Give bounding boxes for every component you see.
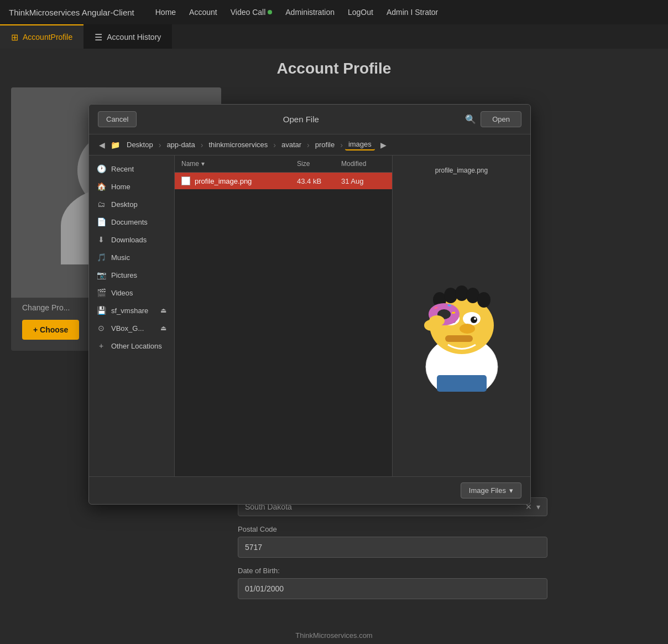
dialog-body: 🕐 Recent 🏠 Home 🗂 Desktop 📄 Documents ⬇: [89, 155, 530, 476]
tab-account-profile[interactable]: ⊞ AccountProfile: [0, 24, 84, 49]
sidebar-item-downloads[interactable]: ⬇ Downloads: [89, 231, 174, 248]
file-list-header: Name ▾ Size Modified: [175, 155, 392, 173]
choose-button[interactable]: + Choose: [22, 320, 79, 340]
page-footer: ThinkMicroservices.com: [0, 627, 668, 644]
chevron-down-icon: ▾: [536, 502, 540, 511]
documents-icon: 📄: [97, 217, 106, 226]
video-call-status-dot: [268, 10, 272, 14]
account-profile-icon: ⊞: [11, 32, 18, 43]
svg-rect-1: [437, 375, 487, 392]
sort-icon: ▾: [201, 160, 205, 168]
dialog-preview-pane: profile_image.png: [392, 155, 530, 476]
svg-point-8: [477, 292, 490, 308]
nav-home[interactable]: Home: [154, 6, 177, 19]
file-row[interactable]: profile_image.png 43.4 kB 31 Aug: [175, 173, 392, 189]
app-brand: ThinkMicroservices Angular-Client: [9, 8, 134, 17]
svg-point-13: [471, 316, 477, 323]
dialog-cancel-button[interactable]: Cancel: [98, 111, 137, 127]
postal-code-label: Postal Code: [238, 525, 547, 533]
col-size-header: Size: [297, 160, 341, 168]
svg-point-5: [444, 288, 457, 303]
breadcrumb-thinkmicroservices[interactable]: thinkmicroservices: [205, 139, 271, 150]
music-icon: 🎵: [97, 253, 106, 262]
navbar: ThinkMicroservices Angular-Client Home A…: [0, 0, 668, 24]
file-thumbnail-icon: [181, 176, 190, 185]
dob-input[interactable]: [238, 578, 547, 599]
nav-video-call[interactable]: Video Call: [229, 6, 274, 19]
sidebar-item-music[interactable]: 🎵 Music: [89, 248, 174, 266]
dialog-search-button[interactable]: 🔍: [465, 114, 476, 124]
dob-group: Date of Birth:: [238, 567, 547, 599]
account-history-icon: ☰: [95, 32, 102, 43]
breadcrumb-app-data[interactable]: app-data: [163, 139, 198, 150]
tab-bar: ⊞ AccountProfile ☰ Account History: [0, 24, 668, 49]
sidebar-item-documents[interactable]: 📄 Documents: [89, 213, 174, 231]
breadcrumb-back-button[interactable]: ◀: [96, 139, 108, 150]
recent-icon: 🕐: [97, 164, 106, 173]
dialog-sidebar: 🕐 Recent 🏠 Home 🗂 Desktop 📄 Documents ⬇: [89, 155, 175, 476]
file-list: Name ▾ Size Modified profile_image.png 4…: [175, 155, 392, 476]
nav-account[interactable]: Account: [188, 6, 218, 19]
home-icon: 🏠: [97, 182, 106, 191]
pictures-icon: 📷: [97, 271, 106, 279]
preview-image: [406, 259, 517, 392]
sf-vmshare-eject-icon[interactable]: ⏏: [160, 307, 166, 314]
folder-icon: 📁: [111, 141, 120, 149]
tab-account-history[interactable]: ☰ Account History: [84, 24, 172, 49]
breadcrumb-forward-button[interactable]: ▶: [377, 139, 390, 150]
downloads-icon: ⬇: [97, 235, 106, 244]
svg-rect-22: [452, 311, 455, 314]
sidebar-item-desktop[interactable]: 🗂 Desktop: [89, 195, 174, 213]
dropdown-arrow-icon: ▾: [509, 486, 513, 495]
svg-point-24: [429, 315, 445, 326]
col-modified-header: Modified: [341, 160, 385, 168]
postal-code-input[interactable]: [238, 537, 547, 558]
file-name: profile_image.png: [195, 177, 297, 185]
col-name-header: Name ▾: [181, 160, 297, 168]
vbox-eject-icon[interactable]: ⏏: [160, 324, 166, 332]
dialog-open-button[interactable]: Open: [481, 111, 521, 127]
sf-vmshare-icon: 💾: [97, 306, 106, 315]
preview-image-area: [406, 185, 517, 465]
sidebar-item-pictures[interactable]: 📷 Pictures: [89, 266, 174, 284]
nav-logout[interactable]: LogOut: [347, 6, 374, 19]
postal-code-group: Postal Code: [238, 525, 547, 558]
sidebar-item-home[interactable]: 🏠 Home: [89, 178, 174, 195]
breadcrumb-desktop[interactable]: Desktop: [123, 139, 156, 150]
breadcrumb-avatar[interactable]: avatar: [278, 139, 305, 150]
svg-point-6: [455, 285, 468, 301]
vbox-icon: ⊙: [97, 324, 106, 333]
file-size: 43.4 kB: [297, 177, 341, 185]
svg-point-15: [474, 318, 476, 320]
page-title: Account Profile: [168, 60, 500, 77]
main-content: Account Profile Change Pro... + Choose S…: [0, 49, 668, 602]
desktop-icon: 🗂: [97, 200, 106, 209]
sidebar-item-other-locations[interactable]: + Other Locations: [89, 337, 174, 355]
image-files-button[interactable]: Image Files ▾: [461, 482, 521, 498]
dialog-title: Open File: [137, 115, 465, 124]
other-locations-icon: +: [97, 341, 106, 350]
nav-admin-strator[interactable]: Admin I Strator: [385, 6, 439, 19]
videos-icon: 🎬: [97, 288, 106, 297]
breadcrumb-profile[interactable]: profile: [312, 139, 338, 150]
search-icon: 🔍: [465, 115, 476, 124]
dialog-header: Cancel Open File 🔍 Open: [89, 105, 530, 134]
sidebar-item-sf-vmshare[interactable]: 💾 sf_vmshare ⏏: [89, 302, 174, 319]
svg-point-16: [460, 324, 475, 334]
nav-administration[interactable]: Administration: [284, 6, 336, 19]
file-open-dialog: Cancel Open File 🔍 Open ◀ 📁 Desktop › ap…: [88, 104, 531, 505]
breadcrumb-images[interactable]: images: [345, 139, 375, 150]
svg-rect-17: [445, 335, 473, 342]
sidebar-item-videos[interactable]: 🎬 Videos: [89, 284, 174, 302]
sidebar-item-recent[interactable]: 🕐 Recent: [89, 160, 174, 178]
preview-filename: profile_image.png: [435, 167, 488, 174]
dob-label: Date of Birth:: [238, 567, 547, 575]
sidebar-item-vbox[interactable]: ⊙ VBox_G... ⏏: [89, 319, 174, 337]
file-modified: 31 Aug: [341, 177, 385, 185]
breadcrumb-bar: ◀ 📁 Desktop › app-data › thinkmicroservi…: [89, 134, 530, 155]
dialog-footer: Image Files ▾: [89, 476, 530, 504]
